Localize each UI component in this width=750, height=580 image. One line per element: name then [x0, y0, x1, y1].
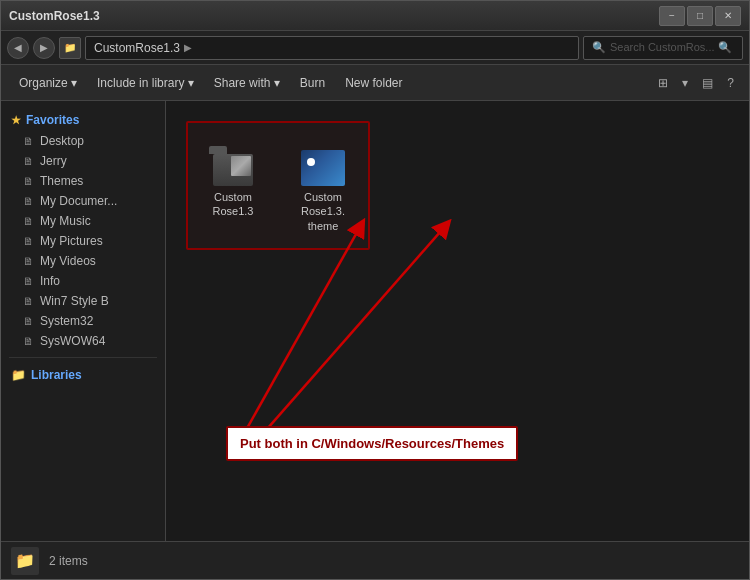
folder-icon: 🗎 — [23, 295, 34, 307]
folder-icon: 🗎 — [23, 235, 34, 247]
sidebar-label: System32 — [40, 314, 93, 328]
path-text: CustomRose1.3 — [94, 41, 180, 55]
file-item-customrose-theme[interactable]: Custom Rose1.3. theme — [288, 133, 358, 238]
star-icon: ★ — [11, 114, 21, 127]
view-large-icon-button[interactable]: ⊞ — [653, 73, 673, 93]
folder-icon: 🗎 — [23, 195, 34, 207]
sidebar-label: Jerry — [40, 154, 67, 168]
sidebar: ★ Favorites 🗎 Desktop 🗎 Jerry 🗎 Themes 🗎… — [1, 101, 166, 541]
sidebar-item-themes[interactable]: 🗎 Themes — [1, 171, 165, 191]
folder-icon: 🗎 — [23, 335, 34, 347]
sidebar-label: Themes — [40, 174, 83, 188]
folder-icon: 🗎 — [23, 215, 34, 227]
folder-icon: 🗎 — [23, 175, 34, 187]
folder-icon[interactable]: 📁 — [59, 37, 81, 59]
sidebar-label: Win7 Style B — [40, 294, 109, 308]
sidebar-item-info[interactable]: 🗎 Info — [1, 271, 165, 291]
sidebar-item-jerry[interactable]: 🗎 Jerry — [1, 151, 165, 171]
instruction-text: Put both in C/Windows/Resources/Themes — [240, 436, 504, 451]
file-name: Custom Rose1.3 — [203, 190, 263, 219]
share-with-button[interactable]: Share with ▾ — [206, 72, 288, 94]
path-arrow: ▶ — [180, 42, 196, 53]
minimize-button[interactable]: − — [659, 6, 685, 26]
status-folder-icon: 📁 — [11, 547, 39, 575]
new-folder-button[interactable]: New folder — [337, 72, 410, 94]
sidebar-item-mydocuments[interactable]: 🗎 My Documer... — [1, 191, 165, 211]
folder-icon: 🗎 — [23, 255, 34, 267]
theme-file-icon — [299, 138, 347, 186]
search-icon: 🔍 — [592, 41, 606, 54]
view-details-button[interactable]: ▾ — [677, 73, 693, 93]
folder-icon: 🗎 — [23, 275, 34, 287]
back-button[interactable]: ◀ — [7, 37, 29, 59]
favorites-label: Favorites — [26, 113, 79, 127]
sidebar-label: SysWOW64 — [40, 334, 105, 348]
window: CustomRose1.3 − □ ✕ ◀ ▶ 📁 CustomRose1.3 … — [0, 0, 750, 580]
sidebar-item-syswow64[interactable]: 🗎 SysWOW64 — [1, 331, 165, 351]
sidebar-label: Desktop — [40, 134, 84, 148]
sidebar-label: My Videos — [40, 254, 96, 268]
burn-button[interactable]: Burn — [292, 72, 333, 94]
toolbar: Organize ▾ Include in library ▾ Share wi… — [1, 65, 749, 101]
address-bar: ◀ ▶ 📁 CustomRose1.3 ▶ 🔍 Search CustomRos… — [1, 31, 749, 65]
help-button[interactable]: ? — [722, 73, 739, 93]
title-bar-controls: − □ ✕ — [659, 6, 741, 26]
file-item-customrose-folder[interactable]: Custom Rose1.3 — [198, 133, 268, 238]
view-list-button[interactable]: ▤ — [697, 73, 718, 93]
sidebar-label: My Documer... — [40, 194, 117, 208]
folder-icon: 🗎 — [23, 135, 34, 147]
svg-line-1 — [266, 226, 445, 430]
instruction-box: Put both in C/Windows/Resources/Themes — [226, 426, 518, 461]
title-bar: CustomRose1.3 − □ ✕ — [1, 1, 749, 31]
file-name: Custom Rose1.3. theme — [293, 190, 353, 233]
window-title: CustomRose1.3 — [9, 9, 659, 23]
svg-line-0 — [246, 226, 361, 430]
status-count: 2 items — [49, 554, 88, 568]
folder-file-icon — [209, 138, 257, 186]
status-bar: 📁 2 items — [1, 541, 749, 579]
sidebar-item-mypictures[interactable]: 🗎 My Pictures — [1, 231, 165, 251]
sidebar-item-mymusic[interactable]: 🗎 My Music — [1, 211, 165, 231]
forward-button[interactable]: ▶ — [33, 37, 55, 59]
sidebar-item-myvideos[interactable]: 🗎 My Videos — [1, 251, 165, 271]
favorites-header[interactable]: ★ Favorites — [1, 109, 165, 131]
toolbar-right: ⊞ ▾ ▤ ? — [653, 73, 739, 93]
sidebar-label: My Music — [40, 214, 91, 228]
folder-icon: 🗎 — [23, 315, 34, 327]
folder-icon: 🗎 — [23, 155, 34, 167]
libraries-folder-icon: 📁 — [11, 368, 26, 382]
sidebar-item-system32[interactable]: 🗎 System32 — [1, 311, 165, 331]
close-button[interactable]: ✕ — [715, 6, 741, 26]
selected-files-container: Custom Rose1.3 Custom Rose1.3. theme — [186, 121, 370, 250]
sidebar-label: My Pictures — [40, 234, 103, 248]
libraries-label: Libraries — [31, 368, 82, 382]
include-in-library-button[interactable]: Include in library ▾ — [89, 72, 202, 94]
libraries-header[interactable]: 📁 Libraries — [1, 364, 165, 386]
sidebar-item-win7style[interactable]: 🗎 Win7 Style B — [1, 291, 165, 311]
sidebar-divider — [9, 357, 157, 358]
organize-button[interactable]: Organize ▾ — [11, 72, 85, 94]
search-placeholder: Search CustomRos... 🔍 — [610, 41, 732, 54]
search-box[interactable]: 🔍 Search CustomRos... 🔍 — [583, 36, 743, 60]
file-area[interactable]: Custom Rose1.3 Custom Rose1.3. theme — [166, 101, 749, 541]
main-area: ★ Favorites 🗎 Desktop 🗎 Jerry 🗎 Themes 🗎… — [1, 101, 749, 541]
sidebar-item-desktop[interactable]: 🗎 Desktop — [1, 131, 165, 151]
address-path[interactable]: CustomRose1.3 ▶ — [85, 36, 579, 60]
sidebar-label: Info — [40, 274, 60, 288]
maximize-button[interactable]: □ — [687, 6, 713, 26]
